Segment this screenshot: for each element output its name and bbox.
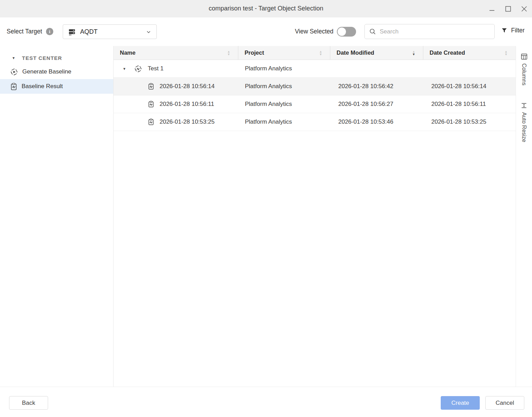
columns-icon [521, 53, 528, 60]
search-icon [369, 28, 376, 35]
minimize-icon[interactable] [488, 5, 496, 13]
auto-resize-label: Auto Resize [521, 112, 527, 142]
cell-name: Test 1 [148, 65, 163, 72]
results-table: Name ▲▼ Project ▲▼ Date Modified ▲▼ Date… [114, 46, 516, 387]
cell-date-modified: 2026-01-28 10:56:27 [330, 95, 423, 113]
table-group-row[interactable]: ▼ Test 1 Platform Analytics [114, 60, 516, 78]
table-tools-strip: Columns Auto Resize [516, 46, 532, 387]
table-row[interactable]: 2026-01-28 10:56:14 Platform Analytics 2… [114, 78, 516, 95]
sidebar-item-generate-baseline[interactable]: Generate Baseline [0, 64, 113, 79]
title-bar: comparison test - Target Object Selectio… [0, 0, 532, 17]
column-header-date-created[interactable]: Date Created ▲▼ [423, 46, 515, 60]
cell-date-created: 2026-01-28 10:56:11 [423, 95, 515, 113]
sidebar: ▼ TEST CENTER Generate Baseline [0, 46, 114, 387]
search-input[interactable] [380, 28, 484, 35]
select-target-label: Select Target [7, 28, 42, 35]
column-header-date-modified[interactable]: Date Modified ▲▼ [330, 46, 423, 60]
cell-date-created [423, 60, 515, 77]
cell-name: 2026-01-28 10:56:14 [160, 83, 215, 90]
test-target-icon [134, 65, 142, 73]
table-row[interactable]: 2026-01-28 10:56:11 Platform Analytics 2… [114, 95, 516, 113]
column-header-name[interactable]: Name ▲▼ [114, 46, 238, 60]
baseline-result-icon [148, 118, 154, 126]
column-label: Date Created [430, 49, 465, 56]
auto-resize-button[interactable]: Auto Resize [516, 102, 532, 142]
cell-date-modified: 2026-01-28 10:56:42 [330, 78, 423, 95]
target-dropdown-value: AQDT [80, 28, 98, 36]
baseline-result-icon [10, 83, 17, 91]
column-label: Project [245, 49, 264, 56]
sort-icon: ▲▼ [319, 50, 325, 56]
generate-baseline-icon [10, 68, 18, 76]
sort-desc-icon: ▲▼ [412, 50, 418, 56]
view-selected-toggle[interactable] [337, 27, 356, 37]
cell-date-modified [330, 60, 423, 77]
server-stack-icon [68, 28, 76, 36]
filter-label: Filter [511, 27, 525, 34]
column-header-project[interactable]: Project ▲▼ [238, 46, 330, 60]
caret-down-icon[interactable]: ▼ [12, 56, 17, 60]
cell-project: Platform Analytics [238, 113, 330, 131]
window-title: comparison test - Target Object Selectio… [0, 5, 532, 12]
auto-resize-icon [521, 102, 527, 109]
cell-date-modified: 2026-01-28 10:53:46 [330, 113, 423, 131]
cell-project: Platform Analytics [238, 95, 330, 113]
create-button[interactable]: Create [441, 396, 480, 410]
cell-date-created: 2026-01-28 10:53:25 [423, 113, 515, 131]
sidebar-item-test-center[interactable]: ▼ TEST CENTER [0, 52, 113, 64]
filter-button[interactable]: Filter [501, 27, 525, 34]
expand-caret-icon[interactable]: ▼ [123, 67, 128, 71]
maximize-icon[interactable] [504, 5, 512, 13]
cell-project: Platform Analytics [238, 78, 330, 95]
columns-label: Columns [521, 63, 527, 85]
target-dropdown[interactable]: AQDT [63, 24, 157, 39]
view-selected-label: View Selected [295, 28, 333, 35]
toggle-knob [338, 28, 346, 36]
sidebar-item-label: Generate Baseline [22, 68, 71, 75]
close-icon[interactable] [520, 5, 528, 13]
dialog-window: comparison test - Target Object Selectio… [0, 0, 532, 417]
cell-name: 2026-01-28 10:53:25 [160, 118, 215, 125]
back-button[interactable]: Back [9, 396, 48, 410]
table-row[interactable]: 2026-01-28 10:53:25 Platform Analytics 2… [114, 113, 516, 131]
baseline-result-icon [148, 83, 154, 90]
cell-date-created: 2026-01-28 10:56:14 [423, 78, 515, 95]
columns-button[interactable]: Columns [516, 53, 532, 85]
sidebar-item-label: Baseline Result [22, 83, 63, 90]
cell-project: Platform Analytics [238, 60, 330, 77]
column-label: Date Modified [337, 49, 374, 56]
content-area: ▼ TEST CENTER Generate Baseline [0, 46, 532, 387]
baseline-result-icon [148, 100, 154, 108]
sidebar-item-baseline-result[interactable]: Baseline Result [0, 79, 113, 94]
toolbar: Select Target i AQDT View Selected [0, 17, 532, 46]
table-header: Name ▲▼ Project ▲▼ Date Modified ▲▼ Date… [114, 46, 516, 60]
column-label: Name [120, 49, 136, 56]
footer-bar: Back Create Cancel [0, 387, 532, 417]
filter-icon [501, 27, 508, 34]
sort-icon: ▲▼ [227, 50, 233, 56]
info-icon[interactable]: i [46, 28, 53, 35]
cell-name: 2026-01-28 10:56:11 [160, 101, 214, 108]
chevron-down-icon [146, 29, 152, 35]
window-controls [488, 0, 528, 17]
sort-icon: ▲▼ [504, 50, 510, 56]
tree-root-label: TEST CENTER [22, 55, 62, 61]
search-box [364, 24, 495, 39]
cancel-button[interactable]: Cancel [485, 396, 524, 410]
